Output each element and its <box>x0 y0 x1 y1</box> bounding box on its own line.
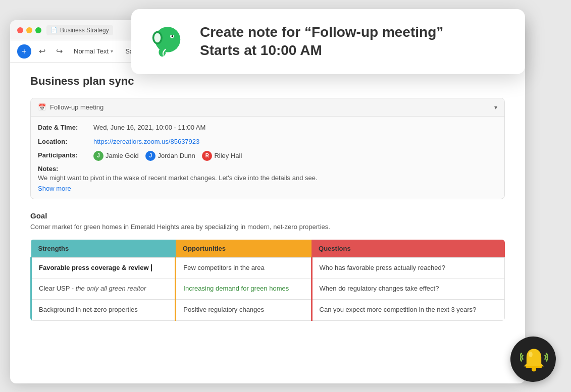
avatar-jamie: J <box>93 151 103 161</box>
notes-text: We might want to pivot in the wake of re… <box>38 174 497 182</box>
chevron-down-icon: ▾ <box>111 48 113 54</box>
collapse-icon[interactable]: ▾ <box>494 104 497 111</box>
swot-table-head: Strengths Opportunities Questions <box>31 240 505 258</box>
strength-2-italic: the only all green realtor <box>76 285 146 292</box>
app-window: 📄 Business Strategy + ↩ ↪ Normal Text ▾ … <box>10 20 525 383</box>
table-row: Background in net-zero properties Positi… <box>31 300 505 321</box>
text-style-label: Normal Text <box>74 47 109 55</box>
th-strengths: Strengths <box>31 240 176 258</box>
show-more-link[interactable]: Show more <box>38 185 71 192</box>
document-icon: 📄 <box>50 27 58 33</box>
minimize-window-button[interactable] <box>26 27 32 33</box>
notification-popup: Create note for “Follow-up meeting” Star… <box>131 9 525 74</box>
question-2: When do regulatory changes take effect? <box>312 278 504 300</box>
participant-name-jordan: Jordan Dunn <box>158 151 195 161</box>
add-button[interactable]: + <box>17 44 31 59</box>
bell-icon <box>520 346 548 374</box>
popup-text: Create note for “Follow-up meeting” Star… <box>200 23 507 60</box>
date-label: Date & Time: <box>38 123 93 133</box>
content-area: Business plan sync 📅 Follow-up meeting ▾… <box>10 63 525 383</box>
svg-point-7 <box>532 367 536 371</box>
bell-notification-bubble[interactable] <box>510 337 556 382</box>
notes-section: Notes: We might want to pivot in the wak… <box>38 165 497 193</box>
opportunity-1: Few competitors in the area <box>176 257 312 278</box>
strength-1-text: Favorable press coverage & review <box>39 264 149 271</box>
maximize-window-button[interactable] <box>35 27 41 33</box>
evernote-logo <box>149 23 186 60</box>
strength-1: Favorable press coverage & review <box>31 257 176 278</box>
date-value: Wed, June 16, 2021, 10:00 - 11:00 AM <box>93 123 205 133</box>
opportunity-3: Positive regulatory changes <box>176 300 312 321</box>
meeting-body: Date & Time: Wed, June 16, 2021, 10:00 -… <box>31 117 504 199</box>
strength-2: Clear USP - the only all green realtor <box>31 278 176 300</box>
goal-text: Corner market for green homes in Emerald… <box>30 223 505 231</box>
svg-point-5 <box>167 30 176 36</box>
window-controls <box>17 27 41 33</box>
svg-point-3 <box>172 36 174 38</box>
cursor <box>151 264 152 271</box>
meeting-title: Follow-up meeting <box>50 103 103 111</box>
document-title: Business plan sync <box>30 75 505 88</box>
meeting-date-row: Date & Time: Wed, June 16, 2021, 10:00 -… <box>38 123 497 133</box>
participant-riley: R Riley Hall <box>202 151 242 161</box>
meeting-participants-row: Participants: J Jamie Gold J Jordan Dunn… <box>38 150 497 161</box>
popup-title: Create note for “Follow-up meeting” Star… <box>200 23 507 60</box>
text-style-dropdown[interactable]: Normal Text ▾ <box>70 45 117 57</box>
avatar-jordan: J <box>145 151 155 161</box>
meeting-card-header[interactable]: 📅 Follow-up meeting ▾ <box>31 98 504 117</box>
undo-button[interactable]: ↩ <box>35 45 48 58</box>
participant-jordan: J Jordan Dunn <box>145 151 195 161</box>
calendar-icon: 📅 <box>38 103 46 111</box>
participants-label: Participants: <box>38 150 93 161</box>
goal-section-title: Goal <box>30 211 505 220</box>
swot-table-body: Favorable press coverage & review Few co… <box>31 257 505 320</box>
tab-label: Business Strategy <box>60 27 109 34</box>
question-1: Who has favorable press actually reached… <box>312 257 504 278</box>
close-window-button[interactable] <box>17 27 23 33</box>
location-link[interactable]: https://zereatlors.zoom.us/85637923 <box>93 137 199 147</box>
meeting-card: 📅 Follow-up meeting ▾ Date & Time: Wed, … <box>30 98 505 199</box>
evernote-icon <box>149 23 186 60</box>
participant-name-riley: Riley Hall <box>214 151 242 161</box>
question-3: Can you expect more competition in the n… <box>312 300 504 321</box>
swot-table: Strengths Opportunities Questions Favora… <box>30 240 505 321</box>
th-questions: Questions <box>312 240 504 258</box>
participant-jamie: J Jamie Gold <box>93 151 139 161</box>
svg-point-8 <box>529 352 532 357</box>
popup-title-line1: Create note for “Follow-up meeting” <box>200 24 443 40</box>
opportunity-2-text: Increasing demand for green homes <box>183 285 289 292</box>
swot-header-row: Strengths Opportunities Questions <box>31 240 505 258</box>
bell-icon-wrap <box>520 346 546 372</box>
table-row: Favorable press coverage & review Few co… <box>31 257 505 278</box>
meeting-location-row: Location: https://zereatlors.zoom.us/856… <box>38 137 497 147</box>
redo-button[interactable]: ↪ <box>53 45 66 58</box>
strength-3: Background in net-zero properties <box>31 300 176 321</box>
svg-point-4 <box>154 33 161 43</box>
th-opportunities: Opportunities <box>176 240 312 258</box>
popup-title-line2: Starts at 10:00 AM <box>200 42 322 58</box>
tab-business-strategy[interactable]: 📄 Business Strategy <box>46 25 113 35</box>
avatar-riley: R <box>202 151 212 161</box>
notes-label: Notes: <box>38 165 497 173</box>
meeting-header-left: 📅 Follow-up meeting <box>38 103 103 111</box>
table-row: Clear USP - the only all green realtor I… <box>31 278 505 300</box>
location-label: Location: <box>38 137 93 147</box>
opportunity-2: Increasing demand for green homes <box>176 278 312 300</box>
participants-list: J Jamie Gold J Jordan Dunn R Riley Hall <box>93 150 247 161</box>
participant-name-jamie: Jamie Gold <box>106 151 139 161</box>
